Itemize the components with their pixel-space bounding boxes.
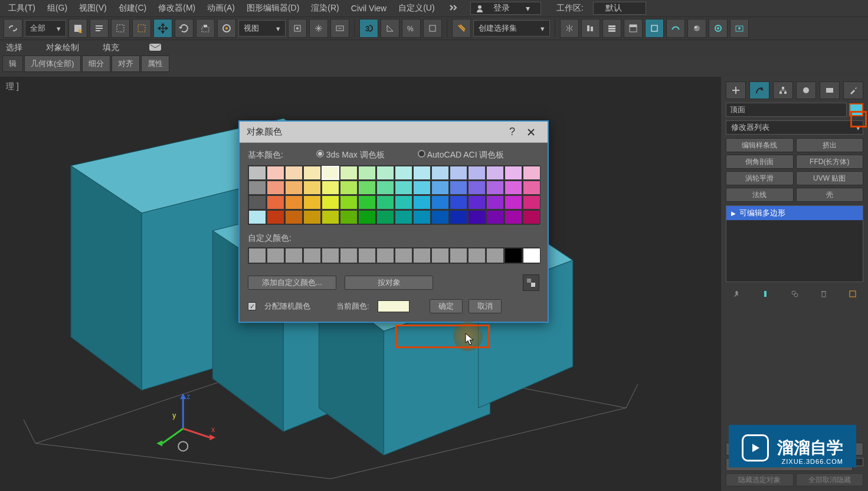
ribbon-tab-edit[interactable]: 辑: [2, 55, 23, 72]
custom-color-swatch[interactable]: [322, 248, 339, 263]
color-swatch[interactable]: [505, 181, 522, 195]
display-panel-tab[interactable]: [820, 81, 840, 99]
ok-button[interactable]: 确定: [430, 299, 463, 313]
color-swatch[interactable]: [376, 210, 394, 224]
ref-coord-dropdown[interactable]: 视图▾: [238, 20, 286, 37]
material-editor-icon[interactable]: [687, 19, 706, 38]
percent-snap-icon[interactable]: %: [402, 19, 421, 38]
subbar-populate[interactable]: 填充: [103, 42, 119, 53]
color-swatch[interactable]: [505, 210, 522, 224]
manipulate-icon[interactable]: [309, 19, 328, 38]
curve-editor-icon[interactable]: [645, 19, 664, 38]
mod-ffd-box[interactable]: FFD(长方体): [796, 155, 864, 169]
color-swatch[interactable]: [267, 195, 284, 210]
selection-filter-dropdown[interactable]: 全部▾: [25, 20, 66, 37]
mod-shell[interactable]: 壳: [796, 188, 864, 202]
active-color-picker-icon[interactable]: [523, 274, 539, 291]
mail-icon[interactable]: [149, 43, 162, 53]
make-unique-icon[interactable]: [789, 288, 801, 300]
current-color-swatch[interactable]: [378, 300, 410, 312]
select-by-name-icon[interactable]: [90, 19, 109, 38]
move-tool-icon[interactable]: [153, 19, 172, 38]
custom-color-swatch[interactable]: [267, 248, 284, 263]
color-swatch[interactable]: [431, 166, 449, 180]
menu-render[interactable]: 渲染(R): [305, 1, 345, 16]
color-swatch[interactable]: [376, 181, 394, 195]
color-swatch[interactable]: [340, 210, 358, 224]
modifier-stack[interactable]: ▶ 可编辑多边形: [726, 205, 863, 282]
custom-color-swatch[interactable]: [450, 248, 467, 263]
color-swatch[interactable]: [285, 166, 303, 180]
scale-tool-icon[interactable]: [196, 19, 215, 38]
color-swatch[interactable]: [395, 195, 412, 210]
color-swatch[interactable]: [468, 181, 486, 195]
ribbon-tab-align[interactable]: 对齐: [112, 55, 140, 72]
color-swatch[interactable]: [486, 166, 504, 180]
color-swatch[interactable]: [267, 210, 284, 224]
custom-color-swatch[interactable]: [431, 248, 449, 263]
color-swatch[interactable]: [358, 210, 376, 224]
custom-color-swatch[interactable]: [358, 248, 376, 263]
object-name-input[interactable]: 顶面: [726, 103, 847, 117]
mod-edit-spline[interactable]: 编辑样条线: [726, 138, 794, 152]
color-swatch[interactable]: [267, 166, 284, 180]
show-end-result-icon[interactable]: [759, 288, 771, 300]
help-button[interactable]: ?: [503, 124, 522, 140]
color-swatch[interactable]: [450, 181, 467, 195]
modify-panel-tab[interactable]: [749, 81, 769, 99]
color-swatch[interactable]: [248, 210, 266, 224]
stack-item-editable-poly[interactable]: ▶ 可编辑多边形: [726, 206, 863, 220]
object-color-swatch[interactable]: [849, 103, 863, 116]
color-swatch[interactable]: [248, 181, 266, 195]
color-swatch[interactable]: [486, 181, 504, 195]
color-swatch[interactable]: [322, 195, 339, 210]
color-swatch[interactable]: [395, 166, 412, 180]
ribbon-tab-geometry[interactable]: 几何体(全部): [24, 55, 81, 72]
mod-extrude[interactable]: 挤出: [796, 138, 864, 152]
color-swatch[interactable]: [248, 195, 266, 210]
color-swatch[interactable]: [395, 181, 412, 195]
color-swatch[interactable]: [285, 181, 303, 195]
color-swatch[interactable]: [450, 210, 467, 224]
color-swatch[interactable]: [523, 181, 541, 195]
color-swatch[interactable]: [285, 210, 303, 224]
color-swatch[interactable]: [358, 181, 376, 195]
color-swatch[interactable]: [486, 195, 504, 210]
menu-create[interactable]: 创建(C): [113, 1, 152, 16]
mod-uvw-map[interactable]: UVW 贴图: [796, 171, 864, 185]
ribbon-tab-props[interactable]: 属性: [141, 55, 169, 72]
relax-settings-button[interactable]: [855, 458, 863, 466]
mod-normal[interactable]: 法线: [726, 188, 794, 202]
selection-set-edit-icon[interactable]: [452, 19, 471, 38]
cancel-button[interactable]: 取消: [469, 299, 502, 313]
close-button[interactable]: [522, 124, 541, 140]
by-object-button[interactable]: 按对象: [345, 276, 433, 290]
custom-color-swatch[interactable]: [248, 248, 266, 263]
pin-stack-icon[interactable]: [731, 288, 742, 300]
color-swatch[interactable]: [523, 195, 541, 210]
placement-tool-icon[interactable]: [217, 19, 236, 38]
color-swatch[interactable]: [395, 210, 412, 224]
layer-explorer-icon[interactable]: [602, 19, 621, 38]
menu-tools[interactable]: 工具(T): [2, 1, 41, 16]
color-swatch[interactable]: [303, 166, 321, 180]
hierarchy-panel-tab[interactable]: [773, 81, 793, 99]
utilities-panel-tab[interactable]: [843, 81, 863, 99]
subbar-select[interactable]: 选择: [6, 42, 22, 53]
color-swatch[interactable]: [413, 166, 431, 180]
menu-animation[interactable]: 动画(A): [201, 1, 241, 16]
color-swatch[interactable]: [303, 195, 321, 210]
custom-color-swatch[interactable]: [303, 248, 321, 263]
align-icon[interactable]: [581, 19, 600, 38]
mod-turbosmooth[interactable]: 涡轮平滑: [726, 171, 794, 185]
unhide-all-button[interactable]: 全部取消隐藏: [796, 473, 864, 486]
keyboard-shortcut-icon[interactable]: [330, 19, 349, 38]
configure-sets-icon[interactable]: [847, 288, 859, 300]
color-swatch[interactable]: [431, 195, 449, 210]
menu-graph-editor[interactable]: 图形编辑器(D): [241, 1, 305, 16]
link-icon[interactable]: [4, 19, 22, 38]
color-swatch[interactable]: [468, 166, 486, 180]
color-swatch[interactable]: [322, 166, 339, 180]
color-swatch[interactable]: [431, 210, 449, 224]
color-swatch[interactable]: [486, 210, 504, 224]
